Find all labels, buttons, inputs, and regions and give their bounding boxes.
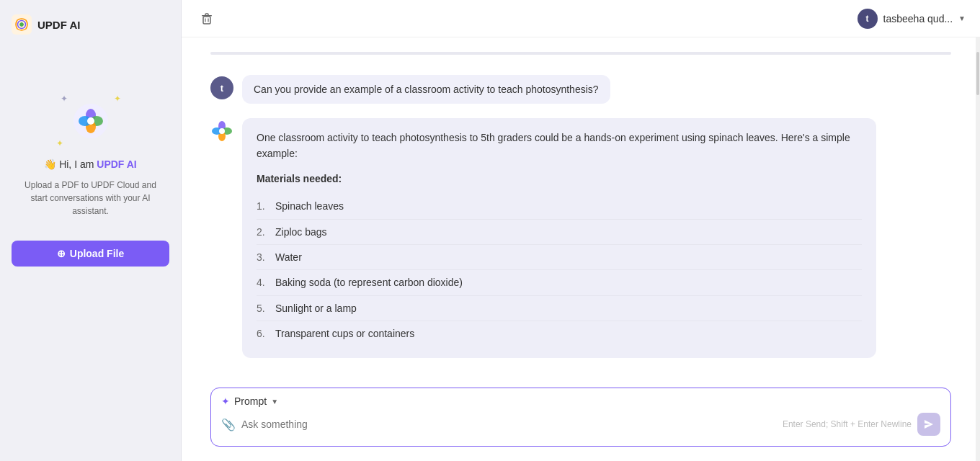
scroll-indicator: [210, 52, 951, 55]
main-panel: t tasbeeha qud... ▼ t Can you provide an…: [182, 0, 980, 461]
list-text: Spinach leaves: [275, 198, 344, 214]
chat-main: t tasbeeha qud... ▼ t Can you provide an…: [182, 0, 980, 461]
input-box: ✦ Prompt ▼ 📎 Enter Send; Shift + Enter N…: [210, 388, 951, 447]
ai-avatar-logo: [210, 120, 233, 143]
updf-logo-icon: [12, 14, 32, 35]
upload-icon: ⊕: [57, 248, 66, 259]
ai-message-avatar: [210, 120, 233, 143]
send-button[interactable]: [917, 413, 940, 436]
user-message-avatar: t: [210, 76, 233, 99]
greeting-emoji: 👋: [44, 158, 56, 170]
prompt-chevron-icon: ▼: [271, 398, 278, 406]
greeting: 👋 Hi, I am UPDF AI: [44, 158, 137, 170]
input-hint: Enter Send; Shift + Enter Newline: [783, 419, 912, 429]
prompt-sparkle-icon: ✦: [221, 395, 230, 407]
attachment-icon: 📎: [221, 418, 236, 431]
sidebar-logo: UPDF AI: [12, 14, 80, 35]
list-text: Ziploc bags: [275, 224, 327, 240]
scrollbar-thumb: [976, 52, 979, 95]
list-item: 6.Transparent cups or containers: [257, 321, 862, 346]
materials-label: Materials needed:: [257, 171, 862, 187]
list-num: 4.: [257, 274, 270, 290]
user-name: tasbeeha qud...: [883, 13, 953, 24]
list-num: 2.: [257, 224, 270, 240]
svg-rect-8: [203, 17, 210, 24]
list-text: Baking soda (to represent carbon dioxide…: [275, 274, 463, 290]
user-avatar: t: [858, 9, 878, 29]
ai-intro-text: One classroom activity to teach photosyn…: [257, 130, 862, 162]
ask-input[interactable]: [241, 419, 777, 430]
trash-icon: [200, 12, 213, 25]
list-item: 4.Baking soda (to represent carbon dioxi…: [257, 270, 862, 295]
user-menu[interactable]: t tasbeeha qud... ▼: [858, 9, 966, 29]
sparkle-top-right: ✦: [114, 94, 121, 104]
svg-point-15: [219, 128, 225, 134]
materials-list: 1.Spinach leaves2.Ziploc bags3.Water4.Ba…: [257, 194, 862, 346]
app-name: UPDF AI: [37, 19, 80, 31]
user-message-text: Can you provide an example of a classroo…: [254, 84, 599, 95]
list-item: 5.Sunlight or a lamp: [257, 296, 862, 321]
list-num: 3.: [257, 249, 270, 265]
send-icon: [924, 419, 934, 429]
user-bubble: Can you provide an example of a classroo…: [242, 75, 610, 104]
prompt-label: Prompt: [234, 395, 267, 407]
sparkle-bottom-left: ✦: [56, 138, 63, 148]
chevron-down-icon: ▼: [958, 14, 966, 22]
delete-button[interactable]: [196, 8, 218, 30]
ai-message-row: One classroom activity to teach photosyn…: [210, 118, 951, 358]
scrollbar: [976, 37, 980, 461]
sidebar-description: Upload a PDF to UPDF Cloud and start con…: [12, 179, 169, 218]
list-item: 2.Ziploc bags: [257, 220, 862, 245]
list-num: 5.: [257, 300, 270, 316]
ai-bubble: One classroom activity to teach photosyn…: [242, 118, 876, 358]
list-num: 1.: [257, 198, 270, 214]
list-text: Transparent cups or containers: [275, 326, 414, 341]
list-num: 6.: [257, 326, 270, 341]
ai-intro-section: ✦ ✦ ✦ 👋 Hi, I am UPDF AI Upload a PDF to…: [12, 92, 169, 267]
input-area: ✦ Prompt ▼ 📎 Enter Send; Shift + Enter N…: [182, 379, 980, 461]
user-message-row: t Can you provide an example of a classr…: [210, 75, 951, 104]
chat-area: t Can you provide an example of a classr…: [182, 37, 980, 379]
chat-header: t tasbeeha qud... ▼: [182, 0, 980, 37]
ask-row: 📎 Enter Send; Shift + Enter Newline: [221, 413, 940, 436]
sidebar: UPDF AI ✦ ✦ ✦ 👋 Hi, I am UPDF AI Upload …: [0, 0, 182, 461]
list-item: 1.Spinach leaves: [257, 194, 862, 219]
prompt-row: ✦ Prompt ▼: [221, 395, 940, 407]
upload-file-button[interactable]: ⊕ Upload File: [12, 241, 169, 267]
sparkle-top-left: ✦: [61, 94, 68, 104]
ai-center-logo: [72, 102, 110, 140]
svg-point-6: [87, 117, 94, 125]
ai-mascot: ✦ ✦ ✦: [55, 92, 127, 150]
list-text: Sunlight or a lamp: [275, 300, 357, 316]
list-item: 3.Water: [257, 245, 862, 270]
list-text: Water: [275, 249, 302, 265]
